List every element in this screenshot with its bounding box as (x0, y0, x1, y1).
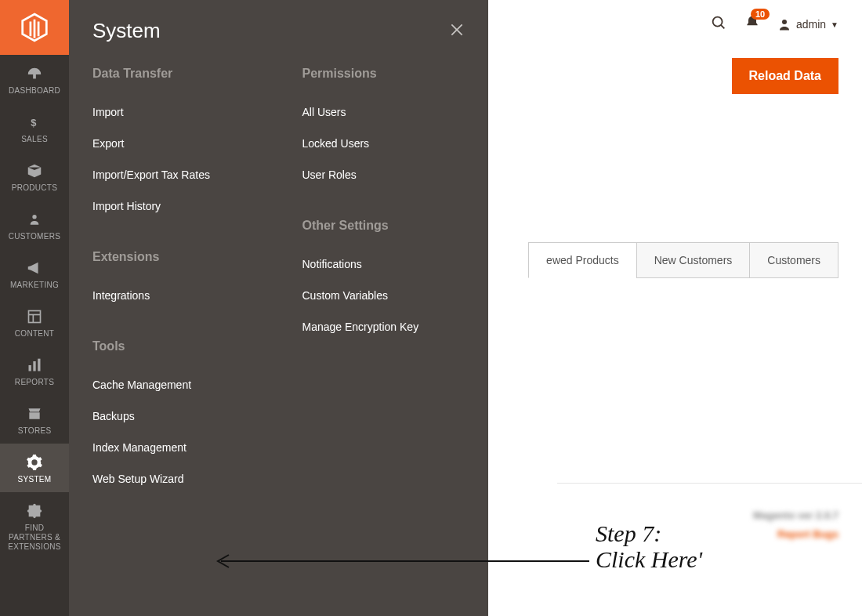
user-menu[interactable]: admin ▼ (777, 17, 838, 31)
flyout-link-import[interactable]: Import (92, 96, 255, 128)
left-sidebar: DASHBOARD $ SALES PRODUCTS CUSTOMERS MAR… (0, 0, 69, 616)
svg-text:$: $ (31, 117, 36, 129)
svg-rect-10 (33, 361, 35, 371)
flyout-link-import-export-tax-rates[interactable]: Import/Export Tax Rates (92, 159, 255, 190)
annotation-line2: Click Here' (596, 546, 702, 572)
flyout-link-custom-variables[interactable]: Custom Variables (302, 280, 465, 311)
flyout-column-left: Data Transfer Import Export Import/Expor… (92, 67, 255, 495)
flyout-title: System (92, 19, 161, 43)
sidebar-label: FIND PARTNERS & EXTENSIONS (0, 524, 69, 552)
flyout-link-locked-users[interactable]: Locked Users (302, 128, 465, 159)
megaphone-icon (26, 259, 43, 277)
sidebar-label: SALES (18, 135, 51, 144)
close-icon[interactable] (449, 19, 465, 43)
user-icon (777, 17, 791, 31)
reload-data-button[interactable]: Reload Data (732, 58, 838, 94)
flyout-column-right: Permissions All Users Locked Users User … (302, 67, 465, 495)
flyout-link-manage-encryption-key[interactable]: Manage Encryption Key (302, 311, 465, 342)
sidebar-item-dashboard[interactable]: DASHBOARD (0, 55, 69, 103)
sidebar-label: PRODUCTS (9, 183, 61, 193)
system-flyout: System Data Transfer Import Export Impor… (69, 0, 488, 616)
tab-new-customers[interactable]: New Customers (636, 242, 751, 278)
magento-logo-icon (21, 13, 48, 42)
flyout-heading-other-settings: Other Settings (302, 219, 465, 233)
sidebar-item-marketing[interactable]: MARKETING (0, 249, 69, 298)
sidebar-label: CUSTOMERS (5, 232, 63, 241)
sidebar-item-content[interactable]: CONTENT (0, 298, 69, 346)
svg-point-2 (782, 20, 787, 24)
sidebar-item-customers[interactable]: CUSTOMERS (0, 201, 69, 249)
notifications-badge: 10 (751, 9, 770, 20)
flyout-link-all-users[interactable]: All Users (302, 96, 465, 128)
flyout-link-index-management[interactable]: Index Management (92, 432, 255, 463)
flyout-heading-permissions: Permissions (302, 67, 465, 81)
flyout-heading-extensions: Extensions (92, 250, 255, 264)
sidebar-item-reports[interactable]: REPORTS (0, 346, 69, 395)
svg-rect-9 (29, 365, 31, 371)
sidebar-label: MARKETING (7, 281, 62, 290)
flyout-link-notifications[interactable]: Notifications (302, 248, 465, 280)
svg-rect-11 (38, 359, 40, 371)
flyout-link-user-roles[interactable]: User Roles (302, 159, 465, 190)
version-text: Magento ver 2.0.7 (753, 509, 838, 521)
flyout-link-integrations[interactable]: Integrations (92, 280, 255, 311)
chevron-down-icon: ▼ (831, 20, 838, 29)
notifications-button[interactable]: 10 (744, 15, 760, 34)
sidebar-item-system[interactable]: SYSTEM (0, 444, 69, 492)
layout-icon (27, 307, 42, 326)
person-icon (28, 210, 41, 229)
search-icon[interactable] (710, 14, 727, 34)
sidebar-item-sales[interactable]: $ SALES (0, 103, 69, 152)
username-label: admin (796, 18, 826, 31)
flyout-heading-data-transfer: Data Transfer (92, 67, 255, 81)
flyout-link-import-history[interactable]: Import History (92, 190, 255, 222)
svg-rect-3 (33, 74, 36, 79)
sidebar-label: REPORTS (12, 378, 57, 387)
sidebar-label: CONTENT (12, 329, 57, 339)
dollar-icon: $ (29, 113, 40, 132)
sidebar-item-products[interactable]: PRODUCTS (0, 152, 69, 201)
flyout-heading-tools: Tools (92, 339, 255, 353)
annotation-line1: Step 7: (596, 520, 702, 546)
flyout-link-web-setup-wizard[interactable]: Web Setup Wizard (92, 463, 255, 495)
puzzle-icon (26, 502, 43, 520)
magento-logo[interactable] (0, 0, 69, 55)
sidebar-label: DASHBOARD (5, 86, 63, 96)
report-bugs-link[interactable]: Report Bugs (777, 528, 838, 540)
tab-customers[interactable]: Customers (749, 242, 838, 278)
dashboard-icon (26, 64, 43, 83)
annotation-text: Step 7: Click Here' (596, 520, 702, 572)
sidebar-label: SYSTEM (15, 475, 55, 484)
gear-icon (26, 453, 43, 472)
flyout-link-export[interactable]: Export (92, 128, 255, 159)
sidebar-item-stores[interactable]: STORES (0, 395, 69, 444)
flyout-link-backups[interactable]: Backups (92, 400, 255, 432)
box-icon (26, 161, 43, 180)
sidebar-label: STORES (15, 426, 55, 436)
sidebar-item-partners[interactable]: FIND PARTNERS & EXTENSIONS (0, 492, 69, 560)
svg-line-1 (721, 25, 724, 28)
store-icon (26, 404, 43, 423)
tab-viewed-products[interactable]: ewed Products (528, 242, 637, 278)
flyout-link-cache-management[interactable]: Cache Management (92, 369, 255, 400)
bar-chart-icon (27, 356, 42, 375)
svg-rect-6 (29, 311, 41, 323)
annotation-arrow (205, 553, 589, 569)
svg-point-0 (713, 17, 723, 27)
svg-point-5 (32, 215, 36, 219)
